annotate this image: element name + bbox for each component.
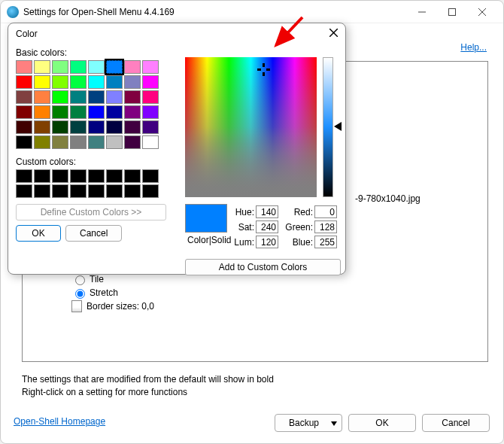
basic-swatch[interactable] [88,105,105,119]
basic-swatch[interactable] [106,135,123,149]
basic-swatch[interactable] [106,90,123,104]
option-stretch[interactable]: Stretch [71,287,480,299]
custom-swatch[interactable] [16,169,32,183]
basic-swatch[interactable] [124,135,141,149]
blue-input[interactable] [314,236,337,248]
define-custom-button[interactable]: Define Custom Colors >> [16,204,166,220]
basic-swatch[interactable] [106,75,123,89]
basic-swatch[interactable] [34,120,50,134]
homepage-link[interactable]: Open-Shell Homepage [14,416,105,427]
sat-input[interactable] [256,220,278,233]
basic-swatch[interactable] [70,105,87,119]
basic-swatch[interactable] [16,60,32,74]
basic-swatch[interactable] [88,135,105,149]
red-label: Red: [284,207,313,217]
custom-swatch[interactable] [124,169,141,183]
red-input[interactable] [314,205,337,218]
custom-swatch[interactable] [106,184,123,198]
basic-swatch[interactable] [34,60,50,74]
maximize-button[interactable] [437,2,467,23]
basic-swatch[interactable] [16,135,32,149]
basic-swatch[interactable] [70,90,87,104]
basic-swatch[interactable] [88,120,105,134]
basic-swatch[interactable] [106,120,123,134]
basic-swatch[interactable] [16,90,32,104]
basic-swatch[interactable] [16,75,32,89]
basic-swatch[interactable] [124,90,141,104]
basic-swatch[interactable] [124,75,141,89]
svg-marker-4 [331,421,337,426]
basic-swatch[interactable] [142,135,159,149]
color-dialog-body: Basic colors: Custom colors: Define Cust… [8,44,345,248]
custom-swatch[interactable] [34,184,50,198]
basic-swatch[interactable] [52,90,68,104]
luminance-bar[interactable] [323,57,333,197]
basic-swatch[interactable] [52,120,68,134]
basic-swatch[interactable] [142,75,159,89]
custom-swatch[interactable] [52,184,68,198]
basic-swatch[interactable] [52,60,68,74]
basic-swatch[interactable] [70,120,87,134]
hue-input[interactable] [256,205,278,218]
basic-swatch[interactable] [142,90,159,104]
custom-swatch[interactable] [52,169,68,183]
custom-swatch[interactable] [142,169,159,183]
crosshair-icon [260,66,267,73]
basic-swatch[interactable] [34,105,50,119]
basic-swatch[interactable] [52,105,68,119]
basic-swatch[interactable] [70,75,87,89]
basic-swatch[interactable] [52,135,68,149]
color-cancel-button[interactable]: Cancel [65,225,122,242]
ok-button[interactable]: OK [348,414,416,432]
custom-swatch[interactable] [124,184,141,198]
option-border[interactable]: Border sizes: 0,0 [71,300,480,312]
basic-swatch[interactable] [70,135,87,149]
caret-down-icon [331,418,337,428]
luminance-pointer-icon[interactable] [334,122,342,131]
basic-swatch[interactable] [52,75,68,89]
cancel-button[interactable]: Cancel [422,414,490,432]
stretch-label: Stretch [90,287,118,298]
basic-swatch[interactable] [106,105,123,119]
basic-swatch[interactable] [142,120,159,134]
close-icon[interactable] [329,29,338,39]
basic-swatch[interactable] [88,60,105,74]
custom-swatch[interactable] [70,169,87,183]
help-link[interactable]: Help... [460,42,487,53]
backup-button[interactable]: Backup [275,414,342,432]
lum-input[interactable] [256,236,278,248]
basic-swatch[interactable] [16,105,32,119]
color-ok-button[interactable]: OK [16,225,61,242]
custom-swatch[interactable] [88,169,105,183]
color-field[interactable] [185,57,317,197]
color-dialog-title: Color [16,29,38,39]
basic-swatch[interactable] [88,75,105,89]
basic-swatch[interactable] [106,60,123,74]
tile-radio[interactable] [75,275,85,285]
custom-swatch[interactable] [88,184,105,198]
stretch-radio[interactable] [75,289,85,299]
basic-swatch[interactable] [70,60,87,74]
basic-swatch[interactable] [34,75,50,89]
numeric-fields: Hue: Red: Sat: Green: Lum: Blue: [232,205,337,251]
custom-colors-label: Custom colors: [16,157,166,167]
basic-swatch[interactable] [34,90,50,104]
green-input[interactable] [314,220,337,233]
custom-swatch[interactable] [16,184,32,198]
basic-swatch[interactable] [124,120,141,134]
hint-line-1: The settings that are modified from the … [22,373,274,386]
basic-swatch[interactable] [88,90,105,104]
add-to-custom-button[interactable]: Add to Custom Colors [185,259,341,275]
basic-swatch[interactable] [34,135,50,149]
basic-swatch[interactable] [142,105,159,119]
custom-swatch[interactable] [34,169,50,183]
minimize-button[interactable] [407,2,437,23]
basic-swatch[interactable] [124,60,141,74]
custom-swatch[interactable] [142,184,159,198]
custom-swatch[interactable] [106,169,123,183]
close-button[interactable] [467,2,497,23]
basic-swatch[interactable] [16,120,32,134]
basic-swatch[interactable] [142,60,159,74]
basic-swatch[interactable] [124,105,141,119]
custom-swatch[interactable] [70,184,87,198]
